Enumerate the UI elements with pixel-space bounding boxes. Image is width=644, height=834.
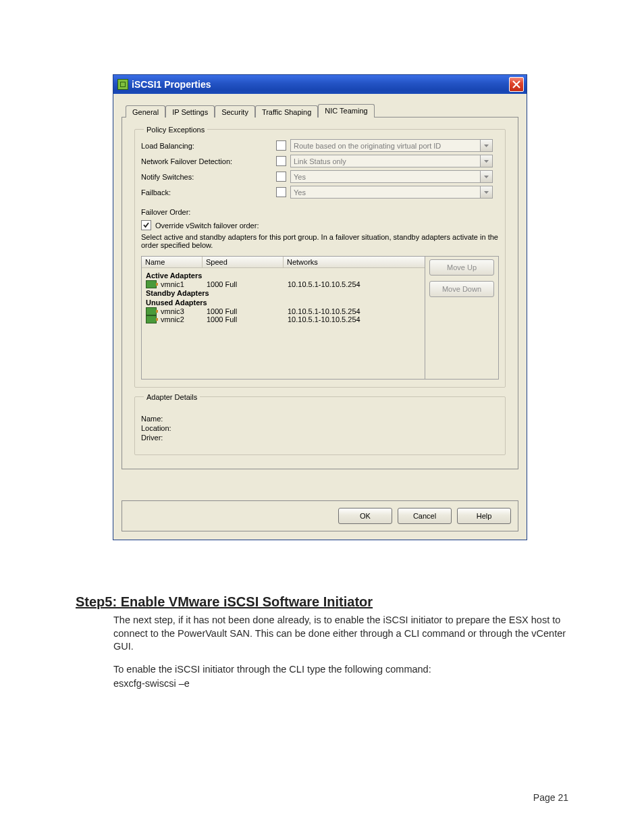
label-notify-switches: Notify Switches: bbox=[141, 173, 276, 181]
combo-notify-switches[interactable]: Yes bbox=[290, 170, 493, 183]
checkbox-load-balancing[interactable] bbox=[276, 140, 286, 151]
chevron-down-icon bbox=[480, 171, 492, 182]
group-title-details: Adapter Details bbox=[144, 393, 200, 401]
label-failover-order: Failover Order: bbox=[141, 208, 499, 216]
label-failover-detection: Network Failover Detection: bbox=[141, 157, 276, 165]
group-title-policy: Policy Exceptions bbox=[144, 126, 207, 134]
combo-failover-detection-value: Link Status only bbox=[294, 157, 346, 165]
adapter-name: vmnic3 bbox=[161, 307, 207, 315]
adapter-networks: 10.10.5.1-10.10.5.254 bbox=[288, 280, 425, 288]
page-number: Page 21 bbox=[533, 792, 568, 803]
action-bar: OK Cancel Help bbox=[122, 500, 518, 531]
client-area: General IP Settings Security Traffic Sha… bbox=[113, 94, 527, 540]
failover-description: Select active and standby adapters for t… bbox=[141, 233, 499, 249]
combo-failback[interactable]: Yes bbox=[290, 186, 493, 199]
svg-marker-3 bbox=[484, 160, 489, 163]
adapter-row[interactable]: vmnic1 1000 Full 10.10.5.1-10.10.5.254 bbox=[142, 280, 425, 288]
svg-marker-2 bbox=[484, 145, 489, 147]
doc-command: esxcfg-swiscsi –e bbox=[76, 677, 568, 691]
doc-paragraph: The next step, if it has not been done a… bbox=[76, 614, 568, 654]
adapter-list-header: Name Speed Networks bbox=[142, 257, 425, 268]
app-icon bbox=[117, 79, 128, 90]
ok-button[interactable]: OK bbox=[338, 508, 392, 524]
help-button[interactable]: Help bbox=[457, 508, 511, 524]
nic-icon bbox=[146, 315, 157, 323]
combo-failover-detection[interactable]: Link Status only bbox=[290, 155, 493, 167]
checkbox-failover-detection[interactable] bbox=[276, 156, 286, 166]
column-speed[interactable]: Speed bbox=[203, 257, 284, 267]
group-unused: Unused Adapters bbox=[142, 298, 425, 307]
combo-load-balancing-value: Route based on the originating virtual p… bbox=[294, 142, 441, 150]
tab-nic-teaming[interactable]: NIC Teaming bbox=[318, 104, 374, 118]
label-detail-name: Name: bbox=[141, 415, 195, 423]
chevron-down-icon bbox=[480, 140, 492, 151]
adapter-name: vmnic1 bbox=[161, 280, 207, 288]
label-load-balancing: Load Balancing: bbox=[141, 142, 276, 150]
adapter-row[interactable]: vmnic3 1000 Full 10.10.5.1-10.10.5.254 bbox=[142, 307, 425, 315]
doc-heading: Step5: Enable VMware iSCSI Software Init… bbox=[76, 594, 568, 610]
tab-general[interactable]: General bbox=[126, 105, 165, 118]
chevron-down-icon bbox=[480, 186, 492, 198]
column-networks[interactable]: Networks bbox=[284, 257, 425, 267]
properties-dialog: iSCSI1 Properties General IP Settings Se… bbox=[113, 74, 527, 540]
tab-traffic-shaping[interactable]: Traffic Shaping bbox=[255, 105, 318, 118]
tab-ip-settings[interactable]: IP Settings bbox=[165, 105, 215, 118]
label-failback: Failback: bbox=[141, 188, 276, 197]
combo-load-balancing[interactable]: Route based on the originating virtual p… bbox=[290, 139, 493, 152]
adapter-speed: 1000 Full bbox=[207, 307, 288, 315]
window-title: iSCSI1 Properties bbox=[132, 79, 509, 90]
close-icon[interactable] bbox=[509, 77, 524, 92]
checkbox-override[interactable] bbox=[141, 220, 151, 230]
document-body: Step5: Enable VMware iSCSI Software Init… bbox=[76, 594, 568, 691]
label-override: Override vSwitch failover order: bbox=[155, 221, 259, 230]
adapter-speed: 1000 Full bbox=[207, 315, 288, 323]
doc-paragraph: To enable the iSCSI initiator through th… bbox=[76, 663, 568, 677]
group-standby: Standby Adapters bbox=[142, 288, 425, 298]
label-detail-driver: Driver: bbox=[141, 434, 195, 442]
adapter-list: Name Speed Networks Active Adapters vmni… bbox=[141, 256, 499, 380]
tab-row: General IP Settings Security Traffic Sha… bbox=[126, 103, 518, 117]
group-policy-exceptions: Policy Exceptions Load Balancing: Route … bbox=[134, 124, 506, 388]
titlebar: iSCSI1 Properties bbox=[113, 75, 527, 94]
move-up-button[interactable]: Move Up bbox=[429, 259, 494, 276]
cancel-button[interactable]: Cancel bbox=[398, 508, 452, 524]
move-down-button[interactable]: Move Down bbox=[429, 281, 494, 297]
combo-failback-value: Yes bbox=[294, 188, 306, 197]
adapter-networks: 10.10.5.1-10.10.5.254 bbox=[288, 315, 425, 323]
nic-icon bbox=[146, 280, 157, 288]
label-detail-location: Location: bbox=[141, 424, 195, 432]
group-adapter-details: Adapter Details Name: Location: Driver: bbox=[134, 392, 506, 455]
svg-marker-4 bbox=[484, 176, 489, 178]
checkbox-failback[interactable] bbox=[276, 187, 286, 197]
group-active: Active Adapters bbox=[142, 271, 425, 280]
tab-panel-nic-teaming: Policy Exceptions Load Balancing: Route … bbox=[122, 117, 518, 469]
adapter-name: vmnic2 bbox=[161, 315, 207, 323]
tab-security[interactable]: Security bbox=[215, 105, 255, 118]
svg-marker-5 bbox=[484, 191, 489, 194]
chevron-down-icon bbox=[480, 155, 492, 167]
adapter-networks: 10.10.5.1-10.10.5.254 bbox=[288, 307, 425, 315]
checkbox-notify-switches[interactable] bbox=[276, 172, 286, 182]
adapter-speed: 1000 Full bbox=[207, 280, 288, 288]
adapter-row[interactable]: vmnic2 1000 Full 10.10.5.1-10.10.5.254 bbox=[142, 315, 425, 323]
adapter-list-body[interactable]: Active Adapters vmnic1 1000 Full 10.10.5… bbox=[142, 268, 425, 379]
column-name[interactable]: Name bbox=[142, 257, 203, 267]
combo-notify-switches-value: Yes bbox=[294, 173, 306, 181]
nic-icon bbox=[146, 307, 157, 315]
